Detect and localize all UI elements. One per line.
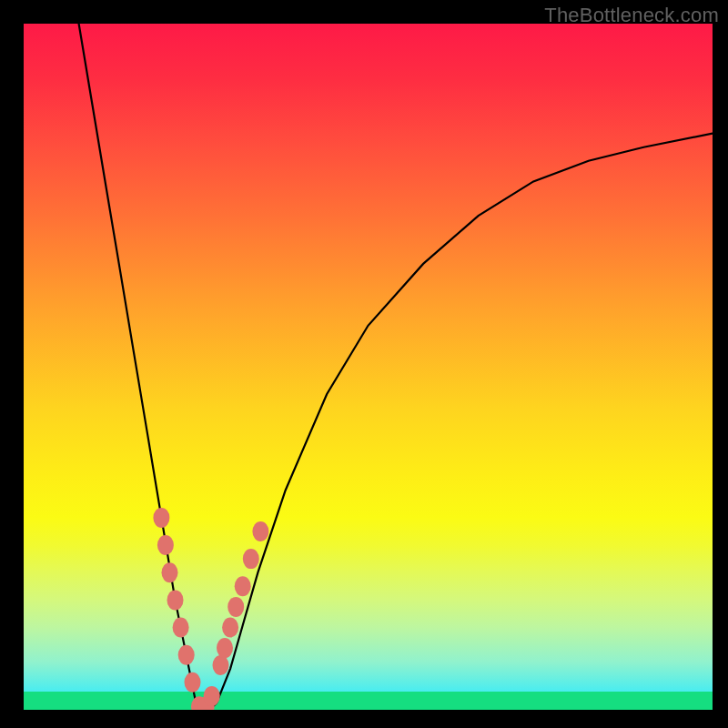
- curve-marker: [222, 618, 238, 638]
- curve-marker: [178, 645, 195, 665]
- curve-marker: [252, 521, 268, 541]
- watermark-text: TheBottleneck.com: [544, 4, 719, 27]
- curve-marker: [157, 535, 174, 555]
- curve-marker: [185, 672, 201, 693]
- curve-marker: [213, 655, 229, 675]
- chart-plot-area: [24, 24, 713, 710]
- curve-marker: [217, 638, 233, 658]
- curve-marker: [167, 590, 184, 610]
- curve-marker: [228, 597, 244, 617]
- curve-marker: [204, 686, 220, 706]
- bottleneck-curve-svg: [24, 24, 713, 710]
- curve-marker: [153, 508, 169, 528]
- curve-marker: [235, 576, 251, 596]
- marker-group: [153, 508, 268, 710]
- curve-marker: [173, 618, 189, 638]
- curve-marker: [162, 562, 178, 582]
- curve-marker: [243, 549, 259, 569]
